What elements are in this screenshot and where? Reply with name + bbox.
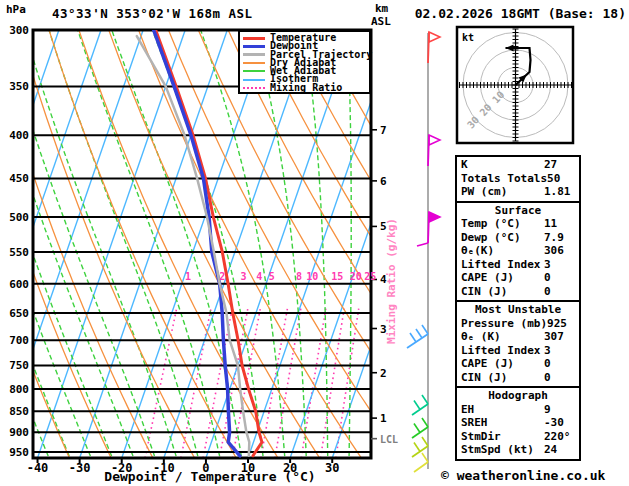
wind-barb-column (407, 32, 440, 472)
table-row: SREH-30 (457, 416, 579, 430)
table-row: Lifted Index3 (457, 258, 579, 272)
legend-swatch-dry-adiabat (243, 62, 265, 64)
wind-barb (412, 418, 428, 438)
table-row-label: Lifted Index (461, 258, 544, 272)
pressure-label: 650 (9, 307, 29, 320)
table-row-label: EH (461, 403, 544, 417)
table-row: θₑ(K)306 (457, 244, 579, 258)
pressure-label: 850 (9, 405, 29, 418)
table-row: PW (cm)1.81 (457, 185, 579, 199)
indices-table: K27Totals Totals50PW (cm)1.81SurfaceTemp… (455, 155, 581, 461)
table-row-value: 1.81 (544, 185, 579, 199)
table-row-label: Pressure (mb) (461, 317, 547, 331)
table-section: SurfaceTemp (°C)11Dewp (°C)7.9θₑ(K)306Li… (457, 201, 579, 301)
table-row: StmDir220° (457, 430, 579, 444)
table-row: StmSpd (kt)24 (457, 443, 579, 457)
mixing-ratio-value-label: 15 (331, 271, 343, 282)
table-row-label: CAPE (J) (461, 271, 544, 285)
pressure-label: 900 (9, 426, 29, 439)
hodograph-unit-label: kt (462, 32, 474, 43)
dry-adiabat-line (585, 29, 629, 464)
table-row-label: Dewp (°C) (461, 231, 544, 245)
wind-barb (428, 32, 440, 63)
table-row-label: Totals Totals (461, 172, 547, 186)
legend-item: Mixing Ratio (243, 84, 369, 92)
pressure-label: 550 (9, 246, 29, 259)
table-row: θₑ (K)307 (457, 330, 579, 344)
wind-barb (417, 212, 440, 246)
table-row-value: -30 (544, 416, 579, 430)
table-row-value: 9 (544, 403, 579, 417)
table-row-value: 220° (544, 430, 579, 444)
table-row-value: 306 (544, 244, 579, 258)
altitude-unit-km-label: km (375, 2, 388, 15)
table-row: Pressure (mb)925 (457, 317, 579, 331)
page-title: 43°33'N 353°02'W 168m ASL (52, 6, 253, 21)
table-section: HodographEH9SREH-30StmDir220°StmSpd (kt)… (457, 386, 579, 459)
pressure-label: 600 (9, 278, 29, 291)
table-row-value: 925 (547, 317, 579, 331)
table-row: EH9 (457, 403, 579, 417)
table-row: K27 (457, 158, 579, 172)
mixing-ratio-value-label: 20 (350, 271, 362, 282)
pressure-label: 300 (9, 24, 29, 37)
table-row: Lifted Index3 (457, 344, 579, 358)
mixing-ratio-value-label: 4 (256, 271, 262, 282)
table-row-value: 0 (544, 371, 579, 385)
table-row-label: Lifted Index (461, 344, 544, 358)
table-row-value: 11 (544, 217, 579, 231)
mixing-ratio-value-label: 5 (269, 271, 275, 282)
table-row-value: 24 (544, 443, 579, 457)
wind-barb (428, 135, 440, 166)
x-axis-title: Dewpoint / Temperature (°C) (85, 469, 335, 484)
table-row-label: CIN (J) (461, 371, 544, 385)
dry-adiabat-line (615, 29, 629, 464)
table-section-title: Hodograph (457, 389, 579, 403)
km-tick-label: 6 (380, 175, 387, 188)
table-row-value: 0 (544, 357, 579, 371)
table-row-label: CAPE (J) (461, 357, 544, 371)
legend-swatch-isotherm (243, 79, 265, 81)
mixing-ratio-value-label: 1 (185, 271, 191, 282)
table-row-label: PW (cm) (461, 185, 544, 199)
km-tick-label: 2 (380, 367, 387, 380)
table-row-value: 3 (544, 344, 579, 358)
table-section: Most UnstablePressure (mb)925θₑ (K)307Li… (457, 300, 579, 386)
table-row: CIN (J)0 (457, 371, 579, 385)
pressure-label: 400 (9, 129, 29, 142)
mixing-ratio-value-label: 8 (296, 271, 302, 282)
pressure-label: 700 (9, 334, 29, 347)
copyright: © weatheronline.co.uk (441, 468, 605, 483)
legend: TemperatureDewpointParcel TrajectoryDry … (238, 30, 371, 94)
pressure-unit-label: hPa (6, 3, 26, 16)
dry-adiabat-line (19, 29, 198, 464)
mixing-ratio-value-label: 25 (364, 271, 376, 282)
wind-barb (407, 325, 428, 348)
mixing-ratio-value-label: 2 (219, 271, 225, 282)
table-row-label: SREH (461, 416, 544, 430)
table-row: Totals Totals50 (457, 172, 579, 186)
legend-swatch-mixing-ratio (243, 87, 265, 89)
table-section-title: Surface (457, 204, 579, 218)
table-row-label: StmDir (461, 430, 544, 444)
table-row-value: 0 (544, 285, 579, 299)
table-row: CAPE (J)0 (457, 357, 579, 371)
legend-swatch-dewpoint (243, 45, 265, 48)
wind-barb (412, 395, 428, 415)
km-tick-label: 7 (380, 124, 387, 137)
table-row-label: θₑ(K) (461, 244, 544, 258)
mixing-ratio-value-label: 3 (241, 271, 247, 282)
table-row-value: 27 (544, 158, 579, 172)
table-section-title: Most Unstable (457, 303, 579, 317)
mixing-ratio-axis-label: Mixing Ratio (g/kg) (385, 201, 399, 361)
legend-swatch-parcel-trajectory (243, 53, 265, 56)
table-row-label: CIN (J) (461, 285, 544, 299)
legend-label: Mixing Ratio (270, 84, 342, 92)
sounding-page: 3003504004505005506006507007508008509009… (0, 0, 629, 486)
table-row-value: 7.9 (544, 231, 579, 245)
mixing-ratio-value-label: 10 (306, 271, 318, 282)
wind-barb (412, 437, 428, 457)
pressure-label: 450 (9, 172, 29, 185)
table-row-value: 307 (544, 330, 579, 344)
table-row: Dewp (°C)7.9 (457, 231, 579, 245)
